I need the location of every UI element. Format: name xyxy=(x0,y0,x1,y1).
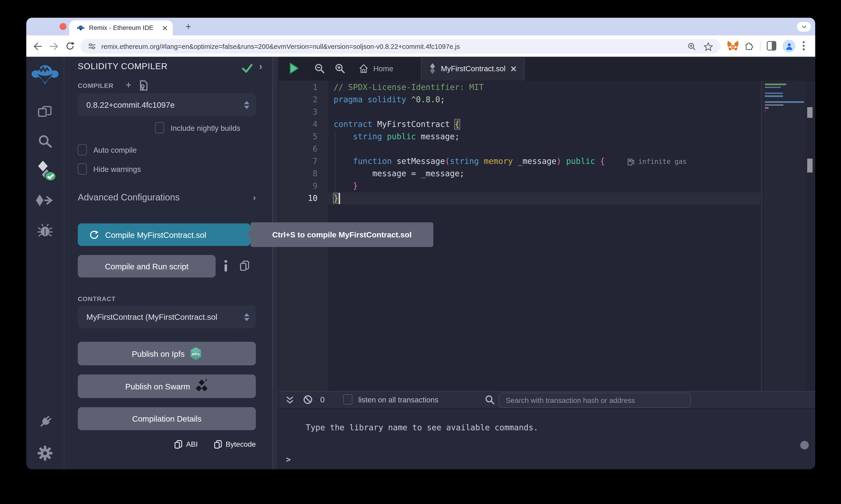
compilation-details-button[interactable]: Compilation Details xyxy=(78,407,256,430)
line-number: 9 xyxy=(279,180,317,193)
browser-window: Remix - Ethereum IDE + xyxy=(26,18,815,469)
terminal-prompt[interactable]: > xyxy=(286,455,291,465)
copy-script-icon[interactable] xyxy=(240,260,249,271)
auto-compile-label: Auto compile xyxy=(93,145,137,154)
minimap[interactable] xyxy=(761,80,806,391)
tab-search-chevron[interactable] xyxy=(797,22,811,32)
bookmark-star-icon[interactable] xyxy=(704,42,713,51)
tab-title: Remix - Ethereum IDE xyxy=(89,24,163,32)
publish-ipfs-label: Publish on Ipfs xyxy=(132,349,185,358)
line-number: 10 xyxy=(279,193,317,205)
terminal-scroll-dot[interactable] xyxy=(800,441,809,449)
icon-rail xyxy=(26,57,65,469)
side-panel-icon[interactable] xyxy=(767,41,777,51)
compile-button[interactable]: Compile MyFirstContract.sol xyxy=(78,223,251,246)
hide-warnings-label: Hide warnings xyxy=(93,165,141,174)
advanced-configurations-toggle[interactable]: Advanced Configurations › xyxy=(78,193,256,203)
panel-docs-chevron-icon[interactable]: › xyxy=(259,61,262,72)
compilation-details-label: Compilation Details xyxy=(132,414,201,423)
profile-avatar[interactable] xyxy=(783,40,795,53)
publish-swarm-button[interactable]: Publish on Swarm xyxy=(78,374,256,398)
remix-logo-icon[interactable] xyxy=(31,63,59,86)
license-icon[interactable] xyxy=(139,80,148,91)
publish-ipfs-button[interactable]: Publish on Ipfs IPFS xyxy=(78,342,256,365)
editor-main: Home MyFirstContract.sol 12345678910 // … xyxy=(279,57,815,469)
current-line-highlight xyxy=(279,193,760,205)
block-listen-icon[interactable] xyxy=(303,395,313,404)
select-updown-icon xyxy=(244,313,249,321)
copy-bytecode-button[interactable]: Bytecode xyxy=(214,440,256,449)
tab-close-icon[interactable] xyxy=(510,66,516,71)
plugin-manager-icon[interactable] xyxy=(37,414,53,430)
forward-icon[interactable] xyxy=(47,40,60,53)
gas-annotation: infinite gas xyxy=(628,156,687,168)
solidity-compiler-icon[interactable] xyxy=(34,160,56,182)
browser-toolbar: remix.ethereum.org/#lang=en&optimize=fal… xyxy=(26,35,815,57)
search-icon[interactable] xyxy=(37,134,53,149)
code-line: } xyxy=(334,193,339,205)
url-text[interactable]: remix.ethereum.org/#lang=en&optimize=fal… xyxy=(101,43,688,50)
select-updown-icon xyxy=(244,101,249,109)
compile-success-check-icon xyxy=(241,63,253,73)
compiler-version-select[interactable]: 0.8.22+commit.4fc1097e xyxy=(78,93,256,116)
toolbar-divider xyxy=(760,42,760,51)
contract-section-label: CONTRACT xyxy=(78,295,116,303)
tab-myfirstcontract-label: MyFirstContract.sol xyxy=(441,65,505,73)
panel-title: SOLIDITY COMPILER xyxy=(78,61,168,71)
zoom-icon[interactable] xyxy=(688,42,696,51)
terminal-search-input[interactable] xyxy=(499,393,691,408)
run-script-play-icon[interactable] xyxy=(290,63,299,74)
back-icon[interactable] xyxy=(31,40,44,53)
extensions-icon[interactable] xyxy=(744,40,755,51)
minimap-line xyxy=(765,92,783,94)
code-line: pragma solidity ^0.8.0; xyxy=(334,94,445,106)
listen-transactions-label: listen on all transactions xyxy=(358,395,439,404)
hide-warnings-checkbox[interactable] xyxy=(78,163,87,175)
contract-select-value: MyFirstContract (MyFirstContract.sol xyxy=(86,312,217,321)
reload-icon[interactable] xyxy=(64,40,76,53)
include-nightly-checkbox[interactable] xyxy=(155,122,164,133)
url-bar[interactable]: remix.ethereum.org/#lang=en&optimize=fal… xyxy=(81,39,720,53)
compile-shortcut-tooltip: Ctrl+S to compile MyFirstContract.sol xyxy=(251,222,433,247)
tab-home-label: Home xyxy=(373,65,393,73)
auto-compile-checkbox[interactable] xyxy=(78,144,87,155)
metamask-icon[interactable] xyxy=(727,40,739,51)
minimap-line xyxy=(765,110,766,111)
editor-scrollbar-thumb[interactable] xyxy=(807,107,812,118)
zoom-out-icon[interactable] xyxy=(314,63,325,73)
site-settings-icon[interactable] xyxy=(88,43,96,50)
add-compiler-icon[interactable]: + xyxy=(125,79,132,91)
browser-tab[interactable]: Remix - Ethereum IDE xyxy=(69,20,173,35)
auto-compile-row: Auto compile xyxy=(78,144,137,155)
minimap-line xyxy=(765,87,781,88)
ipfs-logo-icon: IPFS xyxy=(190,347,202,360)
tab-myfirstcontract[interactable]: MyFirstContract.sol xyxy=(421,57,524,80)
new-tab-button[interactable]: + xyxy=(182,20,195,33)
minimap-line xyxy=(765,104,784,106)
debugger-icon[interactable] xyxy=(37,223,53,238)
transaction-count-badge: 0 xyxy=(320,395,325,404)
copy-abi-button[interactable]: ABI xyxy=(174,440,198,449)
collapse-double-chevron-icon[interactable] xyxy=(286,396,294,404)
tab-close-icon[interactable] xyxy=(162,25,167,30)
zoom-in-icon[interactable] xyxy=(334,63,345,73)
listen-transactions-checkbox[interactable] xyxy=(343,394,353,404)
file-explorer-icon[interactable] xyxy=(37,104,53,119)
menu-dots-icon[interactable] xyxy=(802,41,805,51)
line-number: 5 xyxy=(279,131,317,143)
compile-and-run-button[interactable]: Compile and Run script xyxy=(78,255,216,277)
gas-annotation-label: infinite gas xyxy=(638,158,687,165)
panel-resize-handle[interactable] xyxy=(272,57,279,469)
code-line: function setMessage(string memory _messa… xyxy=(334,156,605,168)
include-nightly-label: Include nightly builds xyxy=(171,124,240,132)
minimap-line xyxy=(765,95,783,97)
deploy-run-icon[interactable] xyxy=(35,194,55,207)
tab-home[interactable]: Home xyxy=(351,57,401,80)
line-number: 4 xyxy=(279,119,317,131)
contract-select[interactable]: MyFirstContract (MyFirstContract.sol xyxy=(78,305,256,328)
close-window-button[interactable] xyxy=(59,23,67,30)
line-number: 8 xyxy=(279,168,317,180)
info-icon[interactable] xyxy=(224,260,228,272)
editor-scrollbar-thumb[interactable] xyxy=(807,159,812,173)
settings-gear-icon[interactable] xyxy=(37,445,53,461)
